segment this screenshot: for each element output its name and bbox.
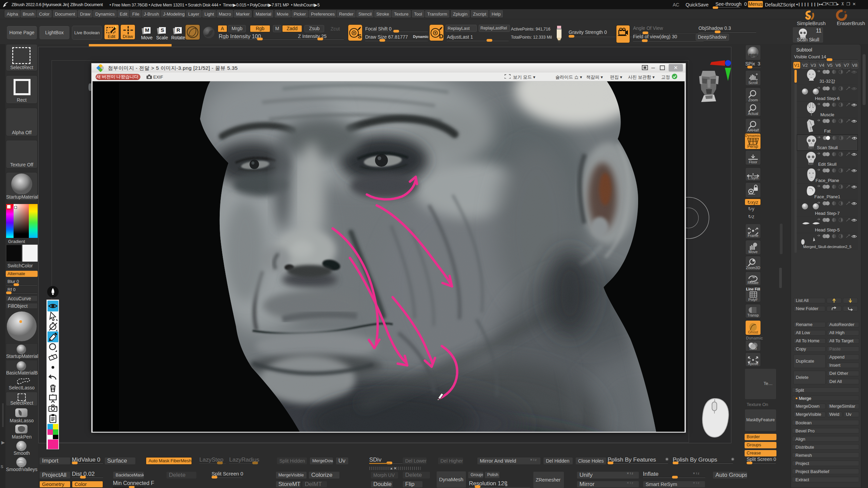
svg-text:D: D: [439, 33, 443, 40]
svg-text:S: S: [358, 33, 361, 40]
svg-text:BPR: BPR: [749, 53, 758, 58]
